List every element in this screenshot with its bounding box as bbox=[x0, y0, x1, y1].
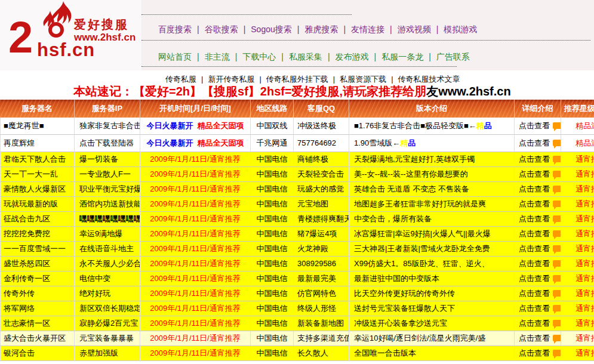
region-line-cell: 中国电信 bbox=[251, 316, 294, 331]
open-time-text: 2009年/1月/11日/通宵推荐 bbox=[150, 304, 240, 313]
server-name-link[interactable]: 将军网络 bbox=[0, 301, 75, 316]
server-table-rows: ■魔龙再世■独家非复古非合击今日火暴新开精品全天固项中国双线冲级送终极■1.76… bbox=[0, 118, 594, 361]
detail-view-link[interactable]: 点击查看 bbox=[515, 167, 561, 182]
region-line-cell: 中国电信 bbox=[251, 331, 294, 346]
server-name-link[interactable]: 玩就玩最新的版 bbox=[0, 197, 75, 212]
nav-link[interactable]: 非主流 bbox=[205, 52, 230, 61]
detail-view-link[interactable]: 点击查看 bbox=[515, 118, 561, 135]
nav-link[interactable]: 传奇私服外挂下载 bbox=[266, 75, 328, 84]
server-ip-cell: 寂静必爆2百元宝 bbox=[75, 316, 140, 331]
nav-separator: | bbox=[276, 52, 289, 61]
detail-view-link[interactable]: 点击查看 bbox=[515, 135, 561, 152]
detail-view-link[interactable]: 点击查看 bbox=[515, 212, 561, 227]
server-name-link[interactable]: 壮志豪情一区 bbox=[0, 316, 75, 331]
service-qq-cell: 天裂轻变合击 bbox=[294, 167, 349, 182]
nav-link[interactable]: 私服采集 bbox=[289, 52, 322, 61]
detail-view-link[interactable]: 点击查看 bbox=[515, 316, 561, 331]
server-name-link[interactable]: 盛大合击火暴开区 bbox=[0, 331, 75, 346]
nav-link[interactable]: 传奇私服技术文章 bbox=[398, 75, 460, 84]
recommend-badge: 通宵推荐 bbox=[561, 316, 594, 331]
nav-link[interactable]: 谷歌搜索 bbox=[205, 24, 238, 34]
detail-view-link[interactable]: 点击查看 bbox=[515, 301, 561, 316]
open-time-highlight: 今日火暴新开 bbox=[147, 138, 193, 147]
server-name-link[interactable]: 豪情散人火爆新区 bbox=[0, 182, 75, 197]
server-ip-cell: 绝对好玩 bbox=[75, 286, 140, 301]
table-row: 君临天下散人合击爆一切装备2009年/1月/11日/通宵推荐中国电信商铺终极天裂… bbox=[0, 152, 594, 167]
version-highlight-yellow: 精 bbox=[400, 138, 408, 147]
open-time-promo: 精品全天固项 bbox=[198, 138, 244, 147]
table-row: 传奇外传绝对好玩2009年/1月/11日/通宵推荐中国电信仿官网特色比天空外传更… bbox=[0, 286, 594, 301]
table-row: 金利传奇一区电信中变2009年/1月/11日/通宵推荐中国电信最新最完美最新进驻… bbox=[0, 272, 594, 286]
nav-link[interactable]: 友情连接 bbox=[351, 24, 384, 34]
version-cell: 全国唯一合击版本 bbox=[349, 346, 515, 361]
version-text: 美--女--靓--装--这里有你最想要的 bbox=[354, 169, 468, 178]
detail-view-link[interactable]: 点击查看 bbox=[515, 331, 561, 346]
version-text: 天裂爆满地,元宝超好打,英雄双手镯 bbox=[354, 155, 475, 164]
open-time-text: 2009年/1月/11日/通宵推荐 bbox=[150, 348, 240, 357]
server-name-link[interactable]: 挖挖挖免费挖 bbox=[0, 227, 75, 242]
speech-bubble-icon bbox=[553, 215, 561, 222]
server-name-link[interactable]: 天一丅一大一乱 bbox=[0, 167, 75, 182]
recommend-badge: 通宵推荐 bbox=[561, 167, 594, 182]
server-name-link[interactable]: ■魔龙再世■ bbox=[0, 118, 75, 135]
nav-link[interactable]: 传奇私服 bbox=[165, 75, 196, 84]
detail-view-link[interactable]: 点击查看 bbox=[515, 272, 561, 286]
detail-view-link[interactable]: 点击查看 bbox=[515, 242, 561, 257]
nav-link[interactable]: 发布游戏 bbox=[336, 52, 369, 61]
nav-link[interactable]: Sogou搜索 bbox=[251, 24, 291, 34]
nav-link[interactable]: 新开传奇私服 bbox=[208, 75, 254, 84]
detail-view-link[interactable]: 点击查看 bbox=[515, 257, 561, 272]
version-text: 最新进驻中国的中变版本 bbox=[354, 274, 439, 283]
nav-separator: | bbox=[431, 24, 444, 34]
region-line-cell: 中国电信 bbox=[251, 242, 294, 257]
detail-view-link[interactable]: 点击查看 bbox=[515, 227, 561, 242]
nav-link[interactable]: 百度搜索 bbox=[158, 24, 192, 34]
server-name-link[interactable]: 盛世杀怒四区 bbox=[0, 257, 75, 272]
open-time-cell: 2009年/1月/11日/通宵推荐 bbox=[140, 212, 251, 227]
nav-link[interactable]: 模拟游戏 bbox=[444, 24, 477, 34]
server-name-link[interactable]: 再度辉煌 bbox=[0, 135, 75, 152]
service-qq-cell: 元宝地图 bbox=[294, 197, 349, 212]
version-text: 冰宫爆狂雷|幸运9好搞|火爆人气||最火爆 bbox=[354, 229, 491, 238]
server-name-link[interactable]: 一一百度雪域一一 bbox=[0, 242, 75, 257]
speech-bubble-icon bbox=[553, 245, 561, 252]
nav-separator: | bbox=[369, 52, 382, 61]
recommend-badge: 通宵推荐 bbox=[561, 152, 594, 167]
nav-link[interactable]: 游戏视频 bbox=[398, 24, 431, 34]
nav-separator: | bbox=[423, 52, 436, 61]
version-cell: 天裂爆满地,元宝超好打,英雄双手镯 bbox=[349, 152, 515, 167]
nav-link[interactable]: 雅虎搜索 bbox=[304, 24, 338, 34]
nav-link[interactable]: 广告联系 bbox=[436, 52, 470, 61]
server-name-link[interactable]: 金利传奇一区 bbox=[0, 272, 75, 286]
flame-icon bbox=[33, 1, 78, 41]
detail-view-link[interactable]: 点击查看 bbox=[515, 152, 561, 167]
recommend-badge: 通宵推荐 bbox=[561, 212, 594, 227]
detail-view-link[interactable]: 点击查看 bbox=[515, 197, 561, 212]
speech-bubble-icon bbox=[553, 350, 561, 356]
version-text: 三大神器|王者新装|雪域火龙卧龙全免费 bbox=[354, 244, 490, 253]
version-cell: 送封号元宝装备狂爆散人天下 bbox=[349, 301, 515, 316]
slogan-red-text: 本站速记：【爱好=2h】【搜服sf】2hsf=爱好搜服,请玩家推荐给朋 bbox=[73, 85, 426, 98]
detail-view-link[interactable]: 点击查看 bbox=[515, 286, 561, 301]
nav-link[interactable]: 下载中心 bbox=[242, 52, 276, 61]
service-qq-cell: 玩盛大的感觉 bbox=[294, 182, 349, 197]
detail-view-link[interactable]: 点击查看 bbox=[515, 182, 561, 197]
server-name-link[interactable]: 君临天下散人合击 bbox=[0, 152, 75, 167]
server-name-link[interactable]: 银河合击 bbox=[0, 346, 75, 361]
version-cell: 比天空外传更好玩的传奇外传 bbox=[349, 286, 515, 301]
version-cell: ■1.76非复古非合击■极品轻变版■←精品 bbox=[349, 118, 515, 135]
nav-separator: | bbox=[230, 52, 243, 61]
server-name-link[interactable]: 传奇外传 bbox=[0, 286, 75, 301]
nav-link[interactable]: 私服资源下载 bbox=[340, 75, 386, 84]
site-logo[interactable]: 2 hsf.cn 爱好搜服 www.2hsf.cn bbox=[0, 0, 142, 70]
dotted-divider bbox=[141, 40, 590, 41]
nav-link[interactable]: 私服一条龙 bbox=[381, 52, 423, 61]
server-ip-cell: 爆一切装备 bbox=[75, 152, 140, 167]
server-name-link[interactable]: 征战合击九区 bbox=[0, 212, 75, 227]
detail-view-link[interactable]: 点击查看 bbox=[515, 346, 561, 361]
server-ip-cell: 幸运9满地爆 bbox=[75, 227, 140, 242]
speech-bubble-icon bbox=[553, 335, 561, 341]
version-cell: X99仿盛大1。85版卧龙、狂雷、逆火、 bbox=[349, 257, 515, 272]
recommend-badge: 通宵推荐 bbox=[561, 331, 594, 346]
nav-link[interactable]: 网站首页 bbox=[158, 52, 192, 61]
